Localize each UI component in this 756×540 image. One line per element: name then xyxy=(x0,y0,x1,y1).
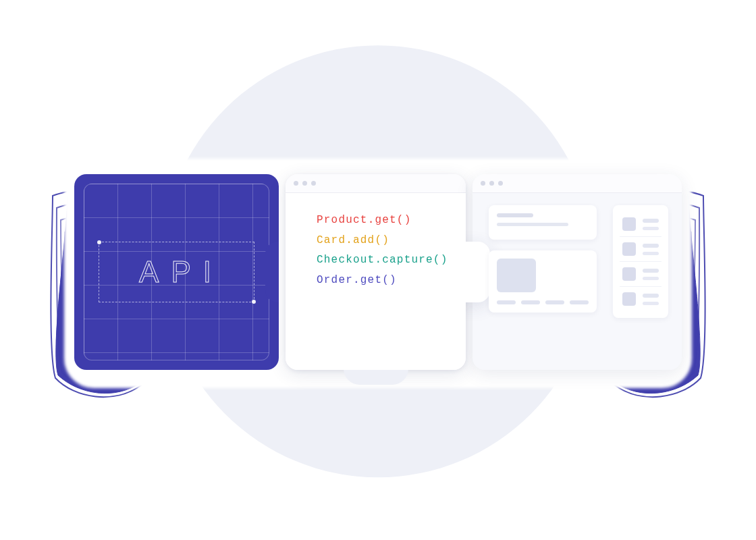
api-label-frame: API xyxy=(99,242,254,302)
code-line: Card.add() xyxy=(317,231,456,251)
placeholder-line xyxy=(643,244,659,248)
dashboard-col-right xyxy=(613,205,668,355)
api-puzzle-piece: API xyxy=(74,174,279,370)
list-item xyxy=(620,286,662,311)
window-chrome xyxy=(286,174,466,193)
placeholder-line xyxy=(643,219,659,223)
puzzle-tab-right xyxy=(265,242,279,302)
code-method: .get() xyxy=(368,214,412,226)
placeholder-line xyxy=(643,269,659,273)
window-dot-icon xyxy=(302,181,307,186)
placeholder-thumb xyxy=(497,259,536,292)
placeholder-dashes xyxy=(497,300,589,304)
code-object: Card xyxy=(317,234,346,246)
dashboard-body xyxy=(473,193,682,370)
code-body: Product.get()Card.add()Checkout.capture(… xyxy=(286,193,466,370)
code-line: Checkout.capture() xyxy=(317,250,456,271)
window-chrome xyxy=(473,174,682,193)
placeholder-thumb xyxy=(622,242,636,256)
window-dot-icon xyxy=(498,181,503,186)
window-dot-icon xyxy=(294,181,298,186)
placeholder-line xyxy=(643,302,659,305)
dashboard-col-left xyxy=(489,205,597,355)
code-object: Product xyxy=(317,214,368,226)
code-object: Checkout xyxy=(317,254,375,266)
code-method: .get() xyxy=(353,274,397,286)
code-line: Product.get() xyxy=(317,211,456,231)
code-line: Order.get() xyxy=(317,271,456,291)
placeholder-line xyxy=(643,294,659,298)
placeholder-thumb xyxy=(622,217,636,231)
diagram-stage: API Product.get()Card.add()Checkout.capt… xyxy=(0,0,756,540)
placeholder-thumb xyxy=(622,292,636,306)
placeholder-thumb xyxy=(622,267,636,281)
info-panel xyxy=(489,250,597,313)
puzzle-row: API Product.get()Card.add()Checkout.capt… xyxy=(74,174,682,370)
list-item xyxy=(620,212,662,236)
window-dot-icon xyxy=(311,181,316,186)
code-method: .capture() xyxy=(375,254,448,266)
placeholder-line xyxy=(497,223,568,226)
placeholder-line xyxy=(643,252,659,255)
dashboard-puzzle-piece xyxy=(473,174,682,370)
api-text: API xyxy=(130,255,223,289)
code-object: Order xyxy=(317,274,353,286)
list-item xyxy=(620,236,662,261)
info-panel xyxy=(489,205,597,240)
list-panel xyxy=(613,205,668,318)
placeholder-line xyxy=(643,277,659,280)
placeholder-line xyxy=(497,213,533,217)
window-dot-icon xyxy=(481,181,485,186)
window-dot-icon xyxy=(489,181,494,186)
list-item xyxy=(620,261,662,286)
placeholder-line xyxy=(643,227,659,230)
code-puzzle-piece: Product.get()Card.add()Checkout.capture(… xyxy=(286,174,466,370)
code-method: .add() xyxy=(346,234,389,246)
